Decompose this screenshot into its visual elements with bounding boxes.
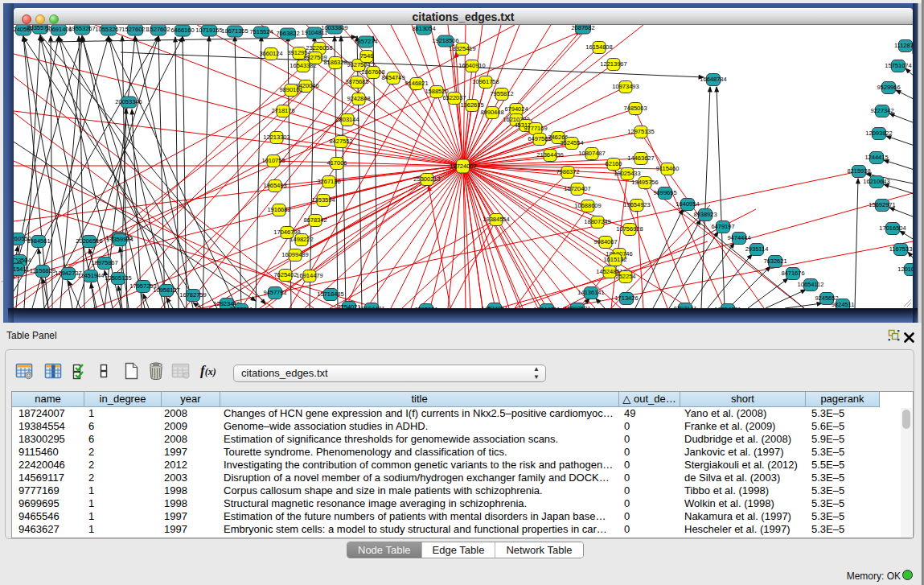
svg-text:2087682: 2087682: [571, 25, 594, 31]
svg-text:1615132: 1615132: [603, 256, 626, 263]
svg-text:21364436: 21364436: [536, 151, 563, 159]
svg-text:6322037: 6322037: [442, 94, 466, 101]
svg-text:1010755: 1010755: [261, 157, 285, 164]
svg-text:18325419: 18325419: [449, 45, 475, 52]
svg-text:12010351: 12010351: [897, 266, 913, 273]
svg-text:1244415: 1244415: [864, 154, 888, 161]
svg-text:16033809: 16033809: [321, 25, 347, 31]
svg-text:252254: 252254: [615, 273, 635, 280]
svg-text:62160: 62160: [606, 160, 622, 167]
svg-text:7515524: 7515524: [249, 28, 273, 35]
svg-text:10654112: 10654112: [798, 281, 824, 288]
svg-text:20206516: 20206516: [76, 237, 102, 245]
svg-text:16648784: 16648784: [700, 76, 726, 83]
svg-text:12213303: 12213303: [263, 134, 290, 141]
svg-text:9777169: 9777169: [524, 125, 547, 132]
svg-text:15276021: 15276021: [121, 26, 148, 33]
svg-text:16543382: 16543382: [290, 62, 316, 69]
svg-text:8215938: 8215938: [847, 167, 870, 175]
svg-text:417006: 417006: [326, 159, 347, 167]
svg-text:8427552: 8427552: [329, 138, 352, 145]
svg-text:16782759: 16782759: [179, 291, 206, 299]
svg-text:16154808: 16154808: [585, 43, 612, 51]
svg-text:1498222: 1498222: [290, 236, 313, 243]
svg-text:2935114: 2935114: [745, 245, 769, 253]
svg-text:14463627: 14463627: [627, 154, 654, 162]
svg-text:12093822: 12093822: [865, 130, 892, 137]
svg-text:1167533: 1167533: [889, 245, 913, 253]
svg-text:10688609: 10688609: [574, 202, 601, 209]
svg-text:7625402: 7625402: [273, 271, 297, 278]
svg-text:9699695: 9699695: [653, 189, 676, 196]
svg-text:8471676: 8471676: [781, 270, 804, 277]
svg-text:15720407: 15720407: [564, 185, 590, 192]
svg-text:1527602: 1527602: [146, 26, 170, 33]
svg-text:6479197: 6479197: [711, 223, 734, 230]
svg-text:10973493: 10973493: [612, 83, 639, 90]
svg-text:10719155: 10719155: [195, 27, 222, 34]
svg-text:1112874: 1112874: [894, 42, 913, 49]
svg-text:2718176: 2718176: [271, 107, 294, 114]
svg-text:6466160: 6466160: [170, 27, 194, 34]
svg-text:7955812: 7955812: [490, 90, 513, 97]
svg-text:12975135: 12975135: [627, 128, 654, 135]
svg-text:14136141: 14136141: [577, 289, 604, 296]
svg-text:15751074: 15751074: [885, 62, 911, 69]
svg-text:9890161: 9890161: [279, 86, 302, 93]
svg-text:8678342: 8678342: [303, 216, 326, 224]
svg-text:19975867: 19975867: [91, 259, 117, 266]
svg-text:3624554: 3624554: [560, 139, 583, 146]
svg-text:3875685: 3875685: [345, 78, 368, 85]
svg-text:1362615: 1362615: [460, 101, 483, 109]
svg-text:17359924: 17359924: [106, 236, 133, 243]
svg-text:9824511: 9824511: [832, 301, 855, 308]
svg-text:15692971: 15692971: [869, 201, 895, 208]
svg-text:1640954: 1640954: [676, 200, 699, 208]
svg-text:7663822: 7663822: [276, 30, 299, 37]
svg-text:12213967: 12213967: [600, 60, 626, 68]
svg-text:9242848: 9242848: [347, 95, 370, 102]
svg-text:9529966: 9529966: [877, 84, 900, 91]
svg-text:9457791: 9457791: [263, 289, 286, 296]
svg-text:16640910: 16640910: [458, 62, 485, 69]
svg-text:8984561: 8984561: [27, 237, 50, 245]
svg-text:9984067: 9984067: [593, 238, 617, 245]
svg-text:9474444: 9474444: [727, 234, 750, 241]
svg-text:10961758: 10961758: [472, 78, 499, 85]
svg-text:8454749: 8454749: [381, 74, 405, 81]
svg-text:18724007: 18724007: [450, 163, 476, 170]
svg-text:2803144: 2803144: [335, 116, 359, 123]
svg-text:19553267: 19553267: [68, 25, 95, 32]
svg-text:19384554: 19384554: [483, 216, 509, 223]
svg-text:10958127: 10958127: [153, 286, 179, 294]
svg-text:3267130: 3267130: [317, 178, 340, 185]
svg-text:7986372: 7986372: [556, 168, 579, 175]
svg-text:10807487: 10807487: [578, 150, 605, 157]
svg-text:3660124: 3660124: [259, 50, 282, 57]
svg-text:18671355: 18671355: [221, 27, 248, 35]
svg-text:18807249: 18807249: [584, 218, 610, 225]
svg-text:7485063: 7485063: [623, 105, 647, 112]
svg-text:8938923: 8938923: [693, 211, 717, 218]
svg-text:19654923: 19654923: [623, 201, 650, 208]
svg-text:10553267: 10553267: [95, 26, 121, 33]
svg-text:7357274: 7357274: [354, 38, 377, 45]
svg-text:19218506: 19218506: [432, 37, 458, 44]
svg-text:1713426: 1713426: [614, 295, 638, 302]
svg-text:6794024: 6794024: [504, 105, 528, 113]
svg-text:9115460: 9115460: [656, 165, 680, 172]
svg-text:11451944: 11451944: [78, 272, 105, 279]
svg-text:10756928: 10756928: [616, 225, 643, 233]
svg-text:20053346: 20053346: [115, 98, 142, 105]
svg-text:7632621: 7632621: [763, 257, 786, 265]
svg-text:1353594: 1353594: [311, 196, 335, 204]
svg-text:8813054: 8813054: [412, 25, 435, 32]
svg-text:9146821: 9146821: [405, 80, 428, 87]
svg-text:12505135: 12505135: [105, 274, 131, 282]
svg-text:10025433: 10025433: [614, 170, 640, 177]
svg-text:3915411: 3915411: [14, 266, 29, 273]
svg-text:1965493: 1965493: [263, 182, 286, 189]
svg-text:7546: 7546: [360, 52, 374, 60]
svg-text:16210643: 16210643: [863, 178, 889, 185]
svg-text:13495756: 13495756: [631, 179, 658, 186]
